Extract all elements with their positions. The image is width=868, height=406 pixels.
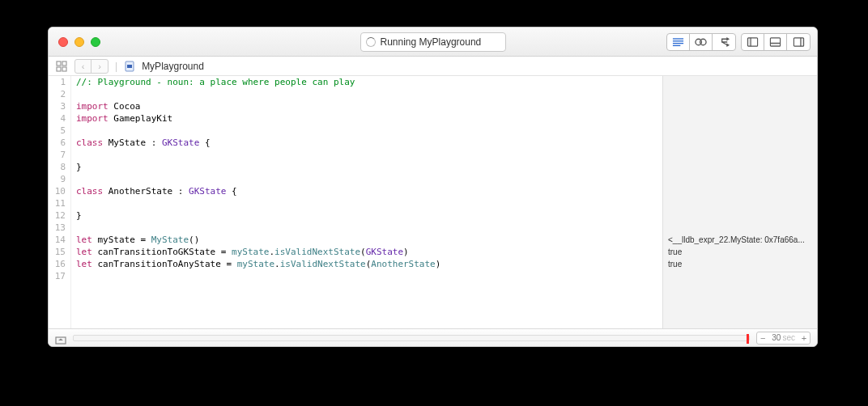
svg-rect-2 (673, 42, 683, 43)
activity-view[interactable]: Running MyPlayground (360, 32, 506, 52)
line-number: 7 (49, 149, 66, 161)
breadcrumb-filename[interactable]: MyPlayground (142, 61, 204, 72)
result-line (663, 197, 817, 209)
separator: | (115, 61, 117, 72)
main-area: 1234567891011121314151617 //: Playground… (49, 76, 817, 328)
activity-status-text: Running MyPlayground (381, 36, 482, 48)
result-line (663, 112, 817, 125)
result-line[interactable]: true (663, 258, 817, 270)
line-number: 10 (49, 185, 66, 197)
version-editor-button[interactable] (713, 34, 735, 50)
minimize-button[interactable] (74, 37, 84, 47)
line-number: 1 (49, 76, 66, 88)
code-line[interactable]: let myState = MyState() (76, 234, 440, 246)
panel-toggle-group (741, 33, 811, 51)
line-number: 12 (49, 209, 66, 222)
panel-collapse-icon (55, 335, 66, 345)
zoom-button[interactable] (91, 37, 100, 47)
svg-rect-17 (57, 61, 61, 66)
line-number: 5 (49, 125, 66, 137)
assistant-editor-button[interactable] (690, 34, 713, 50)
code-line[interactable] (76, 125, 440, 137)
svg-rect-3 (673, 44, 680, 45)
code-content[interactable]: //: Playground - noun: a place where peo… (71, 76, 440, 328)
code-line[interactable]: //: Playground - noun: a place where peo… (76, 76, 440, 88)
results-sidebar: <__lldb_expr_22.MyState: 0x7fa66a...true… (662, 76, 817, 328)
code-line[interactable]: import Cocoa (76, 100, 440, 112)
toggle-debug-area-button[interactable] (764, 34, 787, 50)
code-line[interactable]: class AnotherState : GKState { (76, 185, 440, 197)
timeline-playhead[interactable] (747, 334, 749, 344)
code-line[interactable]: let canTransitionToAnyState = myState.is… (76, 258, 440, 270)
line-number: 17 (49, 270, 66, 282)
line-number: 8 (49, 161, 66, 173)
code-line[interactable]: } (76, 209, 440, 222)
decrease-duration-button[interactable]: − (757, 333, 768, 343)
svg-rect-0 (673, 38, 683, 39)
code-line[interactable]: import GameplayKit (76, 112, 440, 125)
result-line (663, 185, 817, 197)
duration-value: 30sec (768, 333, 798, 342)
svg-rect-1 (673, 40, 683, 41)
related-items-button[interactable] (55, 60, 68, 73)
xcode-window: Running MyPlayground (48, 27, 818, 347)
result-line (663, 88, 817, 100)
line-number: 13 (49, 222, 66, 234)
code-line[interactable] (76, 270, 440, 282)
line-number: 2 (49, 88, 66, 100)
line-number: 6 (49, 137, 66, 149)
result-line (663, 209, 817, 222)
code-line[interactable]: let canTransitionToGKState = myState.isV… (76, 246, 440, 258)
result-line[interactable]: <__lldb_expr_22.MyState: 0x7fa66a... (663, 234, 817, 246)
result-line (663, 161, 817, 173)
code-line[interactable] (76, 149, 440, 161)
result-line (663, 222, 817, 234)
result-line[interactable]: true (663, 246, 817, 258)
version-editor-icon (718, 36, 730, 48)
toolbar-right (666, 33, 811, 51)
line-number: 14 (49, 234, 66, 246)
code-line[interactable]: } (76, 161, 440, 173)
code-line[interactable] (76, 222, 440, 234)
svg-rect-18 (62, 61, 66, 66)
svg-point-5 (700, 39, 707, 45)
svg-rect-19 (57, 67, 61, 71)
timeline-track[interactable] (73, 335, 750, 341)
toggle-debug-panel-button[interactable] (55, 333, 66, 343)
bottom-panel-icon (769, 36, 781, 48)
standard-editor-icon (672, 36, 684, 48)
code-editor[interactable]: 1234567891011121314151617 //: Playground… (49, 76, 662, 328)
close-button[interactable] (58, 37, 68, 47)
assistant-editor-icon (695, 36, 707, 48)
svg-rect-20 (62, 67, 66, 71)
jump-bar: ‹ › | MyPlayground (49, 57, 817, 76)
window-controls (58, 37, 100, 47)
code-line[interactable] (76, 88, 440, 100)
timeline-bar: − 30sec + (49, 328, 817, 346)
line-number: 9 (49, 173, 66, 185)
code-line[interactable] (76, 173, 440, 185)
result-line (663, 149, 817, 161)
svg-rect-15 (800, 37, 803, 45)
svg-marker-6 (726, 36, 730, 40)
result-line (663, 125, 817, 137)
toggle-navigator-button[interactable] (742, 34, 764, 50)
left-panel-icon (747, 36, 759, 48)
svg-marker-24 (58, 338, 63, 340)
result-line (663, 76, 817, 88)
line-number: 15 (49, 246, 66, 258)
titlebar: Running MyPlayground (49, 27, 817, 57)
playground-file-icon (124, 61, 135, 72)
result-line (663, 173, 817, 185)
line-number: 16 (49, 258, 66, 270)
code-line[interactable] (76, 197, 440, 209)
increase-duration-button[interactable]: + (798, 333, 810, 343)
line-number: 3 (49, 100, 66, 112)
code-line[interactable]: class MyState : GKState { (76, 137, 440, 149)
toggle-utilities-button[interactable] (787, 34, 810, 50)
forward-button[interactable]: › (91, 60, 108, 73)
result-line (663, 100, 817, 112)
history-nav: ‹ › (74, 59, 108, 74)
standard-editor-button[interactable] (667, 34, 690, 50)
back-button[interactable]: ‹ (75, 60, 91, 73)
